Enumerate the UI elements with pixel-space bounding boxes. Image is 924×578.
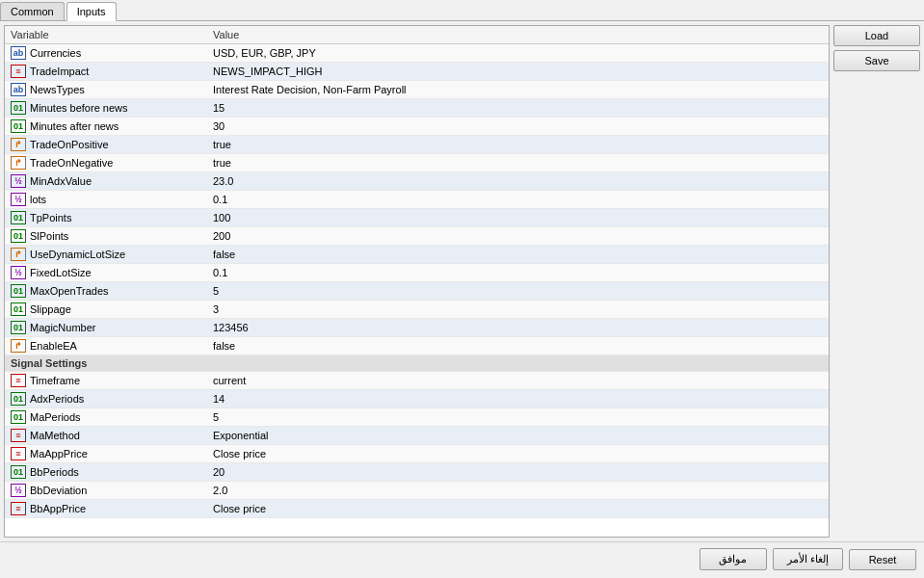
variable-cell: ≡MaAppPrice <box>5 445 207 463</box>
value-cell[interactable]: Close price <box>207 445 829 463</box>
variable-cell: 01MaxOpenTrades <box>5 282 207 301</box>
variable-cell: 01Minutes before news <box>5 99 207 118</box>
reset-button[interactable]: Reset <box>849 549 916 570</box>
value-cell[interactable]: USD, EUR, GBP, JPY <box>207 44 829 63</box>
value-cell[interactable]: 30 <box>207 118 829 136</box>
cancel-button[interactable]: إلغاء الأمر <box>773 548 843 570</box>
save-button[interactable]: Save <box>833 50 920 71</box>
section-label: Signal Settings <box>5 355 829 372</box>
table-row[interactable]: ≡TradeImpact NEWS_IMPACT_HIGH <box>5 63 829 81</box>
table-row[interactable]: 01Minutes before news 15 <box>5 99 829 118</box>
variable-name: MagicNumber <box>30 322 95 333</box>
table-row[interactable]: ↱UseDynamicLotSize false <box>5 246 829 264</box>
value-cell[interactable]: Close price <box>207 500 829 518</box>
table-row[interactable]: ½lots 0.1 <box>5 191 829 209</box>
table-row[interactable]: ≡BbAppPrice Close price <box>5 500 829 518</box>
value-cell[interactable]: 3 <box>207 301 829 319</box>
variable-cell: ≡Timeframe <box>5 372 207 390</box>
side-buttons: Load Save <box>833 25 920 538</box>
variable-name: BbDeviation <box>30 485 87 496</box>
variable-name: FixedLotSize <box>30 267 92 278</box>
value-cell[interactable]: 0.1 <box>207 264 829 282</box>
value-cell[interactable]: 123456 <box>207 319 829 337</box>
variable-cell: 01SlPoints <box>5 227 207 246</box>
variable-name: TpPoints <box>30 212 71 223</box>
value-cell[interactable]: 23.0 <box>207 172 829 191</box>
value-cell[interactable]: 200 <box>207 227 829 246</box>
variable-name: Currencies <box>30 47 81 59</box>
variable-cell: ½BbDeviation <box>5 482 207 500</box>
variable-cell: ↱TradeOnPositive <box>5 136 207 154</box>
table-row[interactable]: 01Minutes after news 30 <box>5 118 829 136</box>
variable-cell: ½MinAdxValue <box>5 172 207 191</box>
variable-name: UseDynamicLotSize <box>30 249 125 260</box>
variable-cell: ↱UseDynamicLotSize <box>5 246 207 264</box>
table-row[interactable]: ½MinAdxValue 23.0 <box>5 172 829 191</box>
table-row[interactable]: 01AdxPeriods 14 <box>5 390 829 408</box>
variable-name: MaxOpenTrades <box>30 285 109 297</box>
variable-cell: abCurrencies <box>5 44 207 63</box>
tab-inputs[interactable]: Inputs <box>66 2 117 21</box>
table-row[interactable]: 01MaxOpenTrades 5 <box>5 282 829 301</box>
variable-name: lots <box>30 194 46 205</box>
value-cell[interactable]: true <box>207 154 829 172</box>
variable-name: AdxPeriods <box>30 393 84 405</box>
params-table: Variable Value abCurrencies USD, EUR, GB… <box>5 26 829 518</box>
table-row[interactable]: 01BbPeriods 20 <box>5 463 829 482</box>
variable-name: TradeOnPositive <box>30 139 109 150</box>
variable-cell: ≡TradeImpact <box>5 63 207 81</box>
table-row[interactable]: ≡Timeframe current <box>5 372 829 390</box>
tab-common[interactable]: Common <box>0 2 65 20</box>
variable-cell: ½lots <box>5 191 207 209</box>
table-row[interactable]: ½FixedLotSize 0.1 <box>5 264 829 282</box>
table-row[interactable]: ↱EnableEA false <box>5 337 829 355</box>
value-cell[interactable]: false <box>207 337 829 355</box>
table-row[interactable]: 01MagicNumber 123456 <box>5 319 829 337</box>
value-cell[interactable]: 15 <box>207 99 829 118</box>
value-cell[interactable]: 0.1 <box>207 191 829 209</box>
table-row[interactable]: 01Slippage 3 <box>5 301 829 319</box>
table-row[interactable]: ↱TradeOnPositive true <box>5 136 829 154</box>
table-row[interactable]: abNewsTypes Interest Rate Decision, Non-… <box>5 81 829 99</box>
value-cell[interactable]: current <box>207 372 829 390</box>
value-cell[interactable]: NEWS_IMPACT_HIGH <box>207 63 829 81</box>
variable-cell: 01Minutes after news <box>5 118 207 136</box>
variable-cell: ↱EnableEA <box>5 337 207 355</box>
table-row[interactable]: ½BbDeviation 2.0 <box>5 482 829 500</box>
value-cell[interactable]: 100 <box>207 209 829 227</box>
value-cell[interactable]: false <box>207 246 829 264</box>
table-row[interactable]: ≡MaMethod Exponential <box>5 427 829 445</box>
value-cell[interactable]: 14 <box>207 390 829 408</box>
ok-button[interactable]: موافق <box>700 548 767 570</box>
table-row[interactable]: abCurrencies USD, EUR, GBP, JPY <box>5 44 829 63</box>
table-row[interactable]: ↱TradeOnNegative true <box>5 154 829 172</box>
variable-name: TradeOnNegative <box>30 157 113 169</box>
variable-name: TradeImpact <box>30 66 89 77</box>
value-cell[interactable]: Exponential <box>207 427 829 445</box>
variable-cell: ≡MaMethod <box>5 427 207 445</box>
value-cell[interactable]: 2.0 <box>207 482 829 500</box>
table-row[interactable]: 01SlPoints 200 <box>5 227 829 246</box>
table-row[interactable]: ≡MaAppPrice Close price <box>5 445 829 463</box>
variable-name: Minutes before news <box>30 102 128 114</box>
bottom-bar: موافق إلغاء الأمر Reset <box>0 541 924 576</box>
variable-name: NewsTypes <box>30 84 85 95</box>
value-cell[interactable]: Interest Rate Decision, Non-Farm Payroll <box>207 81 829 99</box>
table-row[interactable]: 01MaPeriods 5 <box>5 408 829 427</box>
value-cell[interactable]: 5 <box>207 282 829 301</box>
variable-cell: ↱TradeOnNegative <box>5 154 207 172</box>
variable-name: BbAppPrice <box>30 503 86 514</box>
load-button[interactable]: Load <box>833 25 920 46</box>
value-cell[interactable]: true <box>207 136 829 154</box>
variable-name: SlPoints <box>30 230 68 242</box>
table-row[interactable]: 01TpPoints 100 <box>5 209 829 227</box>
table-row[interactable]: Signal Settings <box>5 355 829 372</box>
variable-cell: 01TpPoints <box>5 209 207 227</box>
tab-bar: Common Inputs <box>0 0 924 21</box>
value-cell[interactable]: 20 <box>207 463 829 482</box>
value-cell[interactable]: 5 <box>207 408 829 427</box>
variable-cell: ½FixedLotSize <box>5 264 207 282</box>
variable-name: MaPeriods <box>30 411 81 423</box>
variable-cell: 01Slippage <box>5 301 207 319</box>
variable-name: MinAdxValue <box>30 175 92 187</box>
